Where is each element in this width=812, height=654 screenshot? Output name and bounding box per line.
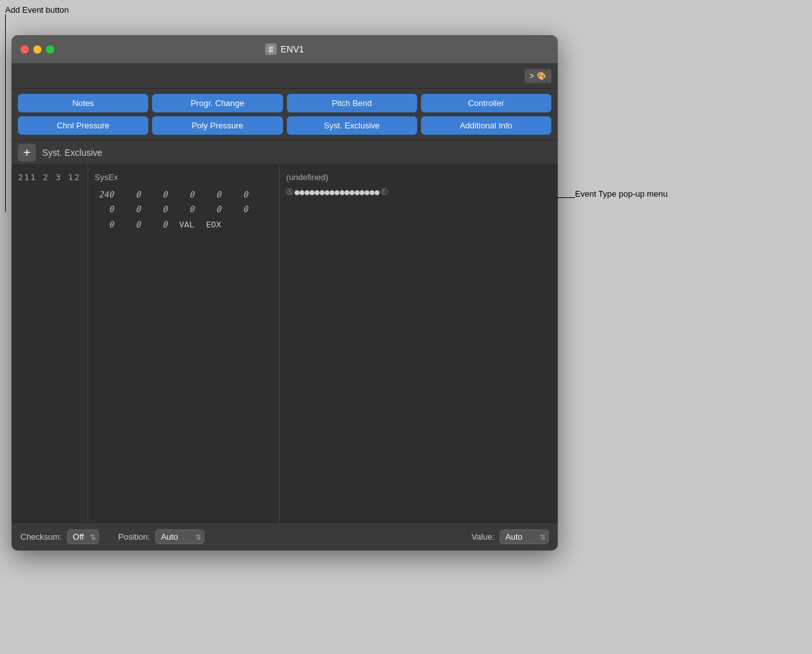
position-value: 211 2 3 12 [18, 172, 81, 182]
sysex-cell-0-3: 0 [175, 187, 194, 202]
sysex-grid: 240 0 0 0 0 0 0 0 0 0 0 0 [95, 187, 273, 232]
footer-right: Value: Auto Custom [471, 529, 549, 544]
sysex-cell-0-0: 240 [95, 187, 114, 202]
sysex-cell-1-2: 0 [148, 202, 167, 217]
s-marker: Ⓢ [286, 187, 293, 197]
tab-progr-change[interactable]: Progr. Change [152, 94, 282, 112]
sysex-cell-0-4: 0 [202, 187, 221, 202]
minimize-button[interactable] [33, 45, 42, 54]
close-button[interactable] [20, 45, 29, 54]
checksum-label: Checksum: [20, 532, 62, 542]
position-select-wrapper: Auto Custom [155, 529, 204, 544]
content-area: 211 2 3 12 SysEx 240 0 0 0 0 0 [11, 165, 558, 522]
position-item: Position: Auto Custom [118, 529, 204, 544]
event-type-popup[interactable]: Syst. Exclusive [42, 148, 551, 158]
position-column: 211 2 3 12 [11, 165, 88, 522]
e-marker: Ⓔ [381, 187, 388, 197]
sysex-cell-1-5: 0 [229, 202, 248, 217]
sysex-cell-0-1: 0 [121, 187, 141, 202]
annotation-line-2 [556, 197, 575, 198]
sysex-column: SysEx 240 0 0 0 0 0 0 0 0 [88, 165, 280, 522]
value-select[interactable]: Auto Custom [500, 529, 549, 544]
undefined-header: (undefined) [286, 172, 551, 182]
sysex-cell-2-1: 0 [121, 217, 141, 232]
event-type-annotation: Event Type pop-up menu [575, 189, 668, 199]
sysex-row-2: 0 0 0 VAL EOX [95, 217, 273, 232]
window-title: ENV1 [280, 44, 304, 54]
sysex-cell-1-4: 0 [202, 202, 221, 217]
sysex-dots: ●●●●●●●●●●●●●●●●● [295, 187, 379, 197]
titlebar: 🎛 ENV1 [11, 35, 558, 63]
event-type-bar: + Syst. Exclusive [11, 141, 558, 165]
tab-additional-info[interactable]: Additional Info [421, 116, 551, 135]
tab-chnl-pressure[interactable]: Chnl Pressure [18, 116, 148, 135]
sysex-header: SysEx [95, 172, 273, 182]
page-wrapper: Add Event button Event Type pop-up menu … [0, 0, 812, 654]
value-label: Value: [471, 532, 494, 542]
sysex-cell-1-0: 0 [95, 202, 114, 217]
sysex-cell-2-3: VAL [175, 217, 194, 232]
maximize-button[interactable] [46, 45, 54, 54]
sysex-cell-1-3: 0 [175, 202, 194, 217]
value-item: Value: Auto Custom [471, 529, 549, 544]
sysex-row-0: 240 0 0 0 0 0 [95, 187, 273, 202]
add-event-button[interactable]: + [18, 144, 36, 162]
tab-controller[interactable]: Controller [421, 94, 551, 112]
annotation-line-1 [5, 14, 6, 212]
sysex-cell-2-0: 0 [95, 217, 114, 232]
sysex-cell-2-4: EOX [202, 217, 221, 232]
palette-icon: 🎨 [537, 72, 546, 80]
window: 🎛 ENV1 > 🎨 Notes Progr. Change Pitch Ben… [11, 35, 558, 551]
undefined-column: (undefined) Ⓢ ●●●●●●●●●●●●●●●●● Ⓔ [280, 165, 558, 522]
sysex-visual: Ⓢ ●●●●●●●●●●●●●●●●● Ⓔ [286, 187, 551, 197]
palette-button[interactable]: > 🎨 [525, 69, 551, 83]
position-select[interactable]: Auto Custom [155, 529, 204, 544]
tab-syst-exclusive[interactable]: Syst. Exclusive [287, 116, 417, 135]
sysex-cell-2-2: 0 [148, 217, 167, 232]
add-event-annotation: Add Event button [5, 5, 69, 15]
position-label: Position: [118, 532, 150, 542]
checksum-select[interactable]: Off On [67, 529, 99, 544]
footer: Checksum: Off On Position: Auto Custom [11, 522, 558, 551]
value-select-wrapper: Auto Custom [500, 529, 549, 544]
tab-poly-pressure[interactable]: Poly Pressure [152, 116, 282, 135]
traffic-lights [20, 45, 54, 54]
toolbar: > 🎨 [11, 63, 558, 89]
sysex-row-1: 0 0 0 0 0 0 [95, 202, 273, 217]
titlebar-title: 🎛 ENV1 [265, 43, 304, 55]
sysex-cell-1-1: 0 [121, 202, 141, 217]
sysex-cell-0-2: 0 [148, 187, 167, 202]
chevron-icon: > [530, 72, 534, 80]
checksum-item: Checksum: Off On [20, 529, 99, 544]
sysex-cell-0-5: 0 [229, 187, 248, 202]
tab-notes[interactable]: Notes [18, 94, 148, 112]
tabs-container: Notes Progr. Change Pitch Bend Controlle… [11, 89, 558, 141]
window-icon: 🎛 [265, 43, 277, 55]
checksum-select-wrapper: Off On [67, 529, 99, 544]
tab-pitch-bend[interactable]: Pitch Bend [287, 94, 417, 112]
